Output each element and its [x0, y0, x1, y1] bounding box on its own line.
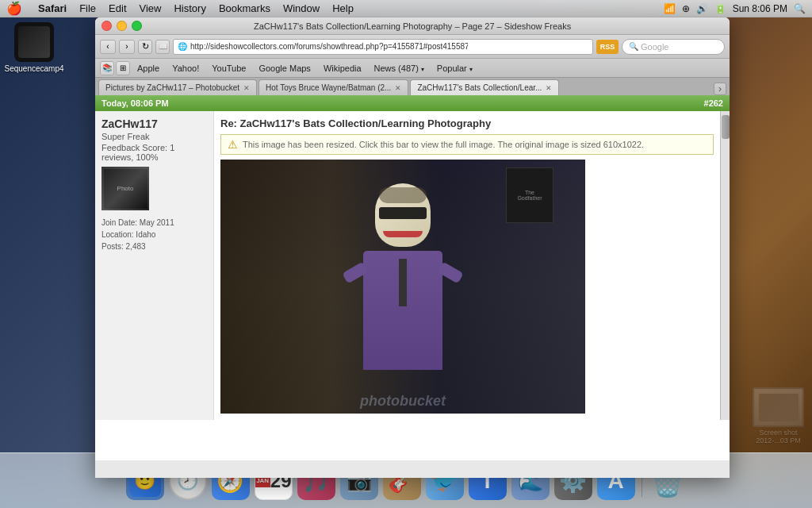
browser-titlebar: ZaCHw117's Bats Collection/Learning Phot… [95, 17, 730, 35]
menubar-history[interactable]: History [167, 0, 212, 17]
forum-page: Today, 08:06 PM #262 ZaCHw117 Super Frea… [95, 95, 730, 460]
scrollbar[interactable] [720, 111, 730, 420]
address-bar-url: http://sideshowcollectors.com/forums/sho… [190, 42, 468, 51]
user-location: Location: Idaho [102, 229, 207, 241]
menubar-app-name[interactable]: Safari [32, 0, 73, 17]
tab-bats-collection[interactable]: ZaCHw117's Bats Collection/Lear... ✕ [410, 79, 559, 95]
post-title: Re: ZaCHw117's Bats Collection/Learning … [220, 117, 714, 129]
show-all-bookmarks[interactable]: 📚 [100, 61, 114, 75]
user-posts: Posts: 2,483 [102, 241, 207, 252]
bookmark-popular[interactable]: Popular ▾ [431, 62, 478, 75]
window-controls [102, 21, 142, 31]
address-bar[interactable]: 🌐 http://sideshowcollectors.com/forums/s… [173, 39, 593, 55]
post-image[interactable]: TheGodfather [220, 160, 585, 414]
bookmark-google-maps[interactable]: Google Maps [253, 62, 316, 75]
menubar-file[interactable]: File [73, 0, 102, 17]
warning-icon: ⚠ [228, 138, 238, 151]
tab-close-photobucket[interactable]: ✕ [243, 84, 250, 92]
user-sidebar: ZaCHw117 Super Freak Feedback Score: 1 r… [95, 111, 214, 420]
browser-window-title: ZaCHw117's Bats Collection/Learning Phot… [254, 21, 571, 31]
browser-window: ZaCHw117's Bats Collection/Learning Phot… [95, 17, 730, 478]
spotlight-icon[interactable]: 🔍 [794, 3, 806, 14]
bookmark-wikipedia[interactable]: Wikipedia [318, 62, 367, 75]
forum-post-body: ZaCHw117 Super Freak Feedback Score: 1 r… [95, 111, 730, 420]
menubar-view[interactable]: View [133, 0, 168, 17]
tab-photobucket[interactable]: Pictures by ZaCHw117 – Photobucket ✕ [98, 79, 257, 95]
user-feedback: Feedback Score: 1 reviews, 100% [102, 143, 207, 162]
menubar-edit[interactable]: Edit [102, 0, 132, 17]
tab-label-bats-collection: ZaCHw117's Bats Collection/Lear... [417, 83, 542, 92]
scrollbar-thumb[interactable] [722, 115, 730, 139]
bluetooth-icon: ⊕ [682, 3, 690, 14]
forum-post-header: Today, 08:06 PM #262 [95, 95, 730, 111]
forward-button[interactable]: › [119, 40, 135, 54]
grid-view[interactable]: ⊞ [116, 61, 130, 75]
tab-close-batman[interactable]: ✕ [395, 84, 401, 92]
battery-icon: 🔋 [714, 3, 726, 14]
tabs-right-controls: › [714, 83, 726, 95]
bookmark-yahoo[interactable]: Yahoo! [167, 62, 205, 75]
rss-button[interactable]: RSS [596, 40, 619, 54]
tab-batman[interactable]: Hot Toys Bruce Wayne/Batman (2... ✕ [259, 79, 408, 95]
resize-notice[interactable]: ⚠ This image has been resized. Click thi… [220, 134, 714, 155]
apple-menu[interactable]: 🍎 [6, 1, 22, 16]
forum-timestamp: Today, 08:06 PM [102, 98, 169, 108]
bookmark-apple[interactable]: Apple [132, 62, 165, 75]
user-avatar[interactable]: Photo [102, 167, 149, 210]
bookmarks-bar: 📚 ⊞ Apple Yahoo! YouTube Google Maps Wik… [95, 59, 730, 78]
browser-toolbar: ‹ › ↻ 📖 🌐 http://sideshowcollectors.com/… [95, 35, 730, 59]
search-placeholder: Google [641, 42, 668, 52]
bookmark-news[interactable]: News (487) ▾ [369, 62, 430, 75]
right-decor [725, 17, 812, 454]
menubar-time[interactable]: Sun 8:06 PM [733, 3, 787, 14]
desktop: photobucket Protect more of your memorie… [0, 0, 812, 508]
reload-button[interactable]: ↻ [138, 40, 152, 54]
menubar-right-area: 📶 ⊕ 🔊 🔋 Sun 8:06 PM 🔍 [664, 3, 806, 14]
wifi-icon: 📶 [664, 3, 676, 14]
menubar-window[interactable]: Window [277, 0, 326, 17]
menubar-bookmarks[interactable]: Bookmarks [213, 0, 277, 17]
desktop-icon-image [14, 22, 54, 62]
post-content-area: Re: ZaCHw117's Bats Collection/Learning … [214, 111, 720, 420]
tab-label-photobucket: Pictures by ZaCHw117 – Photobucket [105, 83, 239, 92]
minimize-button[interactable] [117, 21, 127, 31]
desktop-icon-sequencecamp[interactable]: Sequencecamp4 [6, 22, 62, 73]
maximize-button[interactable] [132, 21, 142, 31]
browser-content: Today, 08:06 PM #262 ZaCHw117 Super Frea… [95, 95, 730, 460]
tabs-bar: Pictures by ZaCHw117 – Photobucket ✕ Hot… [95, 78, 730, 95]
user-rank: Super Freak [102, 132, 207, 141]
tab-label-batman: Hot Toys Bruce Wayne/Batman (2... [266, 83, 391, 92]
scroll-tabs-right[interactable]: › [714, 83, 726, 95]
bookmark-toggle[interactable]: 📖 [155, 40, 170, 54]
back-button[interactable]: ‹ [100, 40, 116, 54]
resize-notice-text: This image has been resized. Click this … [243, 140, 644, 149]
close-button[interactable] [102, 21, 112, 31]
menubar: 🍎 Safari File Edit View History Bookmark… [0, 0, 812, 17]
tab-close-bats-collection[interactable]: ✕ [546, 84, 552, 92]
username[interactable]: ZaCHw117 [102, 117, 207, 130]
search-bar[interactable]: 🔍 Google [622, 39, 725, 55]
user-meta: Join Date: May 2011 Location: Idaho Post… [102, 217, 207, 252]
user-join-date: Join Date: May 2011 [102, 217, 207, 229]
volume-icon: 🔊 [696, 3, 708, 14]
desktop-icon-label: Sequencecamp4 [4, 64, 63, 73]
bookmark-youtube[interactable]: YouTube [206, 62, 251, 75]
menubar-help[interactable]: Help [326, 0, 360, 17]
forum-post-number: #262 [704, 98, 723, 108]
